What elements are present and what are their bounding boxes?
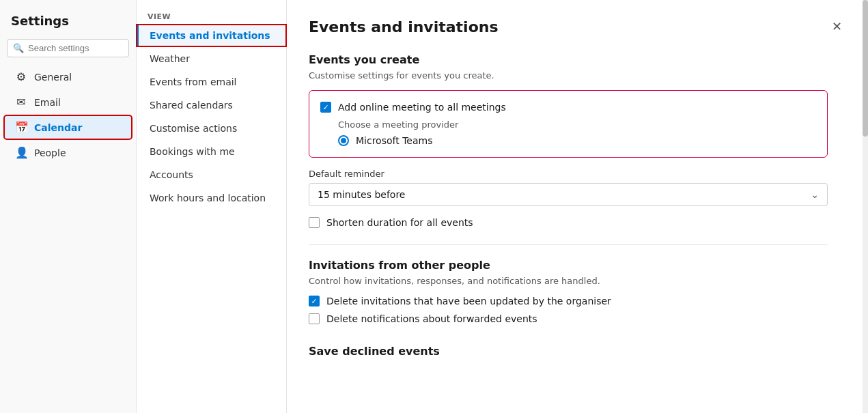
default-reminder-label: Default reminder (309, 169, 846, 179)
middle-item-weather[interactable]: Weather (137, 48, 286, 70)
shorten-duration-row[interactable]: Shorten duration for all events (309, 217, 828, 228)
app-title: Settings (0, 7, 136, 39)
invitations-section: Invitations from other people Control ho… (309, 259, 846, 324)
sidebar-item-calendar[interactable]: 📅 Calendar (4, 115, 132, 139)
add-online-meeting-row[interactable]: ✓ Add online meeting to all meetings (320, 102, 816, 113)
people-icon: 👤 (15, 146, 27, 159)
page-title: Events and invitations (309, 18, 499, 35)
checkmark-icon: ✓ (322, 103, 328, 112)
middle-item-customise-actions-label: Customise actions (150, 123, 237, 134)
middle-item-work-hours[interactable]: Work hours and location (137, 187, 286, 209)
sidebar-item-general[interactable]: ⚙ General (4, 65, 132, 89)
radio-selected-indicator (341, 138, 346, 143)
sidebar-item-email-label: Email (34, 97, 61, 108)
save-declined-title: Save declined events (309, 345, 846, 358)
email-icon: ✉ (15, 96, 27, 109)
delete-updated-checkbox[interactable]: ✓ (309, 296, 320, 307)
add-online-meeting-checkbox[interactable]: ✓ (320, 102, 331, 113)
middle-item-bookings-with-me-label: Bookings with me (150, 146, 235, 157)
microsoft-teams-radio[interactable] (338, 135, 349, 146)
middle-item-work-hours-label: Work hours and location (150, 193, 266, 203)
meeting-provider-section: Choose a meeting provider Microsoft Team… (320, 119, 816, 146)
middle-item-events-invitations[interactable]: Events and invitations (137, 25, 286, 46)
scrollbar-thumb[interactable] (863, 0, 868, 137)
meeting-provider-label: Choose a meeting provider (338, 119, 816, 130)
sidebar-item-people[interactable]: 👤 People (4, 141, 132, 165)
middle-item-shared-calendars-label: Shared calendars (150, 100, 233, 111)
middle-section-label: View (137, 7, 286, 24)
checkmark-icon-2: ✓ (311, 297, 317, 306)
delete-updated-label: Delete invitations that have been update… (326, 296, 611, 307)
invitations-desc: Control how invitations, responses, and … (309, 276, 846, 286)
section-divider (309, 244, 828, 245)
delete-forwarded-label: Delete notifications about forwarded eve… (326, 313, 537, 324)
default-reminder-value: 15 minutes before (318, 189, 405, 200)
scrollbar-track (863, 0, 868, 413)
microsoft-teams-label: Microsoft Teams (356, 135, 432, 146)
search-box[interactable]: 🔍 (7, 39, 129, 57)
middle-item-accounts[interactable]: Accounts (137, 164, 286, 186)
invitations-title: Invitations from other people (309, 259, 846, 272)
middle-item-customise-actions[interactable]: Customise actions (137, 117, 286, 139)
middle-item-weather-label: Weather (150, 53, 190, 64)
sidebar-item-general-label: General (34, 72, 72, 83)
chevron-down-icon: ⌄ (811, 189, 819, 200)
add-online-meeting-label: Add online meeting to all meetings (338, 102, 506, 113)
gear-icon: ⚙ (15, 70, 27, 83)
middle-panel: View Events and invitations Weather Even… (137, 0, 287, 413)
online-meeting-card: ✓ Add online meeting to all meetings Cho… (309, 90, 828, 158)
events-you-create-title: Events you create (309, 53, 846, 66)
search-icon: 🔍 (13, 43, 24, 53)
sidebar-item-people-label: People (34, 147, 66, 158)
close-button[interactable]: ✕ (828, 16, 846, 37)
delete-forwarded-checkbox[interactable] (309, 313, 320, 324)
sidebar-item-email[interactable]: ✉ Email (4, 90, 132, 114)
middle-item-events-invitations-label: Events and invitations (150, 30, 270, 41)
default-reminder-dropdown[interactable]: 15 minutes before ⌄ (309, 183, 828, 206)
middle-item-events-from-email[interactable]: Events from email (137, 71, 286, 93)
events-you-create-desc: Customise settings for events you create… (309, 70, 846, 81)
middle-item-events-from-email-label: Events from email (150, 76, 237, 87)
search-input[interactable] (28, 43, 123, 53)
main-header: Events and invitations ✕ (309, 16, 846, 37)
left-nav: Settings 🔍 ⚙ General ✉ Email 📅 Calendar … (0, 0, 137, 413)
shorten-duration-checkbox[interactable] (309, 217, 320, 228)
delete-updated-row[interactable]: ✓ Delete invitations that have been upda… (309, 296, 846, 307)
middle-item-shared-calendars[interactable]: Shared calendars (137, 94, 286, 116)
calendar-icon: 📅 (15, 121, 27, 134)
shorten-duration-label: Shorten duration for all events (326, 217, 473, 228)
sidebar-item-calendar-label: Calendar (34, 122, 82, 133)
settings-window: Settings 🔍 ⚙ General ✉ Email 📅 Calendar … (0, 0, 868, 413)
microsoft-teams-radio-row[interactable]: Microsoft Teams (338, 135, 816, 146)
middle-item-accounts-label: Accounts (150, 169, 193, 180)
delete-forwarded-row[interactable]: Delete notifications about forwarded eve… (309, 313, 846, 324)
main-content: Events and invitations ✕ Events you crea… (287, 0, 868, 413)
middle-item-bookings-with-me[interactable]: Bookings with me (137, 141, 286, 162)
